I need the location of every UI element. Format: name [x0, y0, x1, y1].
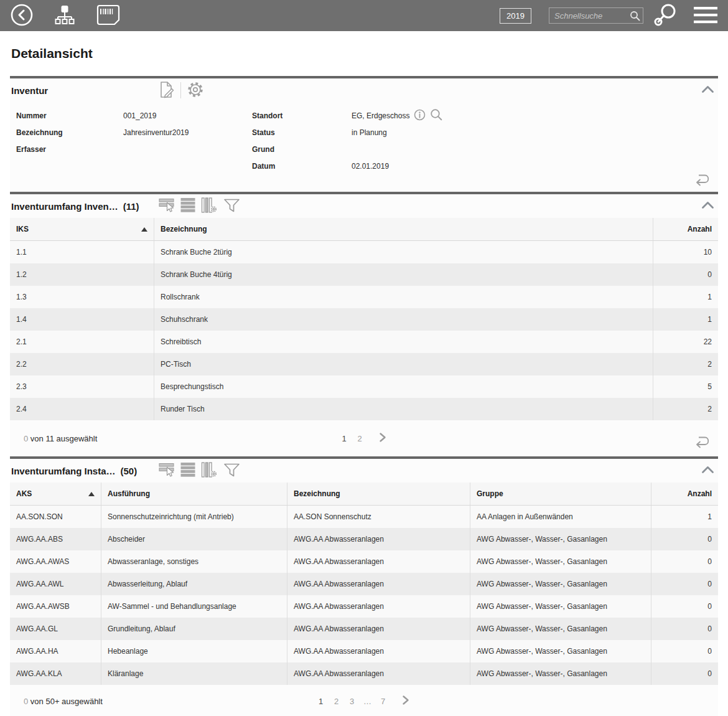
- select-rows-icon: [159, 197, 175, 215]
- menu-button[interactable]: [693, 6, 718, 26]
- advanced-search-button[interactable]: [652, 2, 678, 29]
- filter-icon: [223, 463, 240, 479]
- selection-info: 0 von 11 ausgewählt: [24, 434, 97, 443]
- page-button-2[interactable]: 2: [331, 697, 342, 706]
- chevron-up-icon: [701, 466, 714, 476]
- table-row[interactable]: 2.3 Besprechungstisch 5: [10, 375, 718, 398]
- column-settings-button[interactable]: [201, 197, 218, 215]
- table-row[interactable]: AWG.AA.AWSB AW-Sammel - und Behandlungsa…: [10, 595, 718, 618]
- cell-iks: 1.2: [10, 263, 154, 286]
- collapse-inventur-button[interactable]: [701, 85, 714, 95]
- cell-bezeichnung: PC-Tisch: [154, 353, 653, 375]
- table-row[interactable]: 2.1 Schreibtisch 22: [10, 331, 718, 353]
- table-row[interactable]: AWG.AA.GL Grundleitung, Ablauf AWG.AA Ab…: [10, 618, 718, 640]
- column-header-anzahl[interactable]: Anzahl: [653, 218, 718, 240]
- field-value-datum: 02.01.2019: [352, 162, 389, 171]
- settings-button[interactable]: [187, 81, 204, 100]
- return-button-table1[interactable]: [693, 435, 711, 450]
- page-title: Detailansicht: [11, 46, 717, 61]
- filter-button[interactable]: [223, 463, 240, 479]
- return-button-inventur[interactable]: [693, 172, 711, 188]
- field-label-bezeichnung: Bezeichnung: [16, 128, 123, 137]
- standort-search-button[interactable]: [430, 108, 442, 123]
- table-row[interactable]: AWG.AA.AWAS Abwasseranlage, sonstiges AW…: [10, 550, 718, 573]
- edit-button[interactable]: [159, 81, 175, 100]
- column-header-gruppe[interactable]: Gruppe: [470, 483, 651, 505]
- table1-footer: 0 von 11 ausgewählt 1 2: [10, 420, 718, 456]
- cell-anzahl: 10: [653, 241, 718, 263]
- cell-bezeichnung: Schrank Buche 2türig: [154, 241, 653, 263]
- column-settings-icon: [201, 197, 218, 215]
- column-settings-button[interactable]: [201, 462, 218, 480]
- hierarchy-button[interactable]: [54, 4, 76, 28]
- select-rows-button[interactable]: [159, 462, 175, 479]
- collapse-table1-button[interactable]: [701, 201, 714, 211]
- inventar-table: IKS Bezeichnung Anzahl 1.1 Schrank Buche…: [10, 218, 718, 420]
- cell-aks: AWG.AA.KLA: [10, 662, 101, 685]
- filter-button[interactable]: [223, 198, 240, 215]
- pagination-ellipsis: …: [362, 697, 373, 706]
- cell-anzahl: 0: [651, 528, 718, 550]
- cell-bezeichnung: Schuhschrank: [154, 308, 653, 331]
- table1-title: Inventurumfang Inven…: [11, 201, 118, 212]
- column-header-aks[interactable]: AKS: [10, 483, 101, 505]
- cell-bezeichnung: AA.SON Sonnenschutz: [287, 506, 470, 528]
- page-button-1[interactable]: 1: [339, 434, 350, 443]
- cell-anzahl: 1: [653, 308, 718, 331]
- toolbar-divider: [180, 82, 181, 98]
- table-row[interactable]: AWG.AA.ABS Abscheider AWG.AA Abwasseranl…: [10, 528, 718, 550]
- field-value-nummer: 001_2019: [123, 111, 156, 120]
- cell-aks: AWG.AA.GL: [10, 618, 101, 640]
- selection-info: 0 von 50+ ausgewählt: [24, 697, 103, 706]
- cell-ausfuehrung: Abwasserleitung, Ablauf: [101, 573, 287, 595]
- cell-anzahl: 0: [651, 573, 718, 595]
- cell-gruppe: AA Anlagen in Außenwänden: [470, 506, 651, 528]
- page-button-3[interactable]: 3: [347, 697, 357, 706]
- table-row[interactable]: 1.4 Schuhschrank 1: [10, 308, 718, 331]
- column-header-ausfuehrung[interactable]: Ausführung: [101, 483, 287, 505]
- page-button-1[interactable]: 1: [315, 697, 326, 706]
- field-value-standort: EG, Erdgeschoss: [352, 111, 409, 120]
- field-label-grund: Grund: [252, 145, 352, 154]
- select-rows-button[interactable]: [159, 197, 175, 215]
- inventur-panel-title: Inventur: [11, 85, 48, 96]
- row-density-button[interactable]: [180, 462, 195, 479]
- column-header-bezeichnung[interactable]: Bezeichnung: [287, 483, 470, 505]
- cell-bezeichnung: Schreibtisch: [154, 331, 653, 353]
- chevron-right-icon: [402, 695, 409, 707]
- collapse-table2-button[interactable]: [701, 466, 714, 476]
- page-button-7[interactable]: 7: [378, 697, 388, 706]
- column-header-bezeichnung[interactable]: Bezeichnung: [154, 218, 653, 240]
- table-row[interactable]: 1.2 Schrank Buche 4türig 0: [10, 263, 718, 286]
- next-page-button[interactable]: [379, 432, 390, 445]
- barcode-button[interactable]: [96, 4, 121, 28]
- row-density-icon: [180, 462, 195, 479]
- back-button[interactable]: [10, 3, 34, 29]
- table-row[interactable]: AWG.AA.HA Hebeanlage AWG.AA Abwasseranla…: [10, 640, 718, 662]
- table-row[interactable]: 2.2 PC-Tisch 2: [10, 353, 718, 375]
- cell-gruppe: AWG Abwasser-, Wasser-, Gasanlagen: [470, 618, 651, 640]
- column-header-anzahl[interactable]: Anzahl: [651, 483, 718, 505]
- pagination: 1 2 3 … 7: [315, 695, 413, 707]
- back-icon: [10, 3, 34, 29]
- table-row[interactable]: 1.3 Rollschrank 1: [10, 286, 718, 308]
- year-selector[interactable]: 2019: [500, 8, 531, 24]
- table-row[interactable]: AWG.AA.KLA Kläranlage AWG.AA Abwasseranl…: [10, 662, 718, 685]
- cell-bezeichnung: AWG.AA Abwasseranlagen: [287, 618, 470, 640]
- cell-anzahl: 0: [651, 662, 718, 685]
- column-header-iks[interactable]: IKS: [10, 218, 154, 240]
- standort-info-button[interactable]: [414, 109, 426, 123]
- pagination: 1 2: [339, 432, 390, 445]
- hierarchy-icon: [54, 4, 76, 28]
- table-row[interactable]: 1.1 Schrank Buche 2türig 10: [10, 241, 718, 263]
- cell-ausfuehrung: Sonnenschutzeinrichtung (mit Antrieb): [101, 506, 287, 528]
- return-icon: [693, 441, 711, 450]
- table-row[interactable]: 2.4 Runder Tisch 2: [10, 398, 718, 420]
- table-row[interactable]: AWG.AA.AWL Abwasserleitung, Ablauf AWG.A…: [10, 573, 718, 595]
- row-density-button[interactable]: [180, 197, 195, 215]
- table-row[interactable]: AA.SON.SON Sonnenschutzeinrichtung (mit …: [10, 506, 718, 528]
- next-page-button[interactable]: [402, 695, 413, 707]
- cell-bezeichnung: AWG.AA Abwasseranlagen: [287, 550, 470, 573]
- cell-anzahl: 1: [653, 286, 718, 308]
- page-button-2[interactable]: 2: [355, 434, 365, 443]
